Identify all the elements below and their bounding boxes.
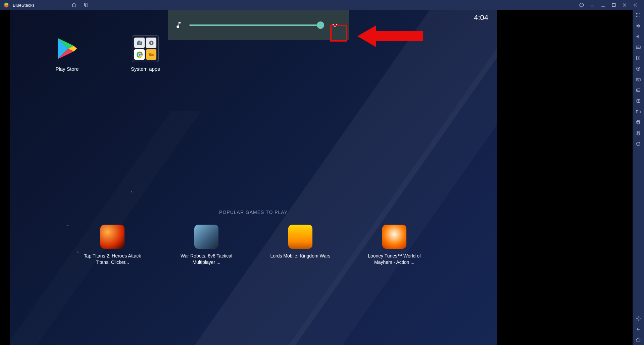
home-nav-icon[interactable] (635, 337, 641, 343)
install-apk-icon[interactable] (635, 55, 641, 61)
game-thumbnail (382, 225, 406, 249)
settings-icon[interactable] (635, 315, 641, 322)
fullscreen-icon[interactable] (635, 12, 641, 18)
app-system-apps-folder[interactable]: System apps (131, 35, 160, 72)
camera-app-icon (134, 38, 145, 48)
main-area: 4:04 Play Store (0, 10, 644, 345)
game-thumbnail (194, 225, 218, 249)
status-clock: 4:04 (474, 13, 488, 22)
app-grid: Play Store (54, 35, 160, 72)
svg-text:APK: APK (637, 90, 640, 91)
volume-thumb[interactable] (317, 21, 324, 29)
popular-game[interactable]: Lords Mobile: Kingdom Wars (270, 225, 331, 266)
svg-point-36 (638, 101, 639, 102)
app-play-store[interactable]: Play Store (54, 35, 81, 72)
game-controls-icon[interactable] (635, 141, 641, 147)
game-title: Looney Tunes™ World of Mayhem - Action .… (364, 253, 425, 266)
popular-game[interactable]: Tap Titans 2: Heroes Attack Titans. Clic… (82, 225, 143, 266)
music-note-icon (175, 20, 183, 30)
svg-point-19 (139, 42, 141, 44)
svg-point-22 (150, 42, 152, 44)
popular-games-header: POPULAR GAMES TO PLAY (10, 210, 497, 215)
titlebar: BlueStacks (0, 0, 644, 10)
back-icon[interactable] (635, 326, 641, 332)
volume-slider[interactable] (189, 24, 321, 26)
popular-game[interactable]: War Robots. 6v6 Tactical Multiplayer ... (176, 225, 237, 266)
minimize-icon[interactable] (600, 2, 606, 8)
bluestacks-logo-icon (3, 2, 9, 8)
help-icon[interactable] (579, 2, 584, 8)
chevron-down-icon (331, 21, 339, 29)
svg-rect-20 (138, 41, 140, 42)
svg-point-40 (638, 318, 639, 319)
content-area: 4:04 Play Store (0, 10, 633, 345)
svg-marker-30 (638, 68, 639, 69)
bg-decoration (131, 191, 132, 192)
svg-rect-38 (636, 121, 639, 123)
multi-instance-icon[interactable] (635, 130, 641, 136)
home-icon[interactable] (71, 2, 77, 8)
svg-rect-31 (636, 78, 640, 81)
apk-icon[interactable]: APK (635, 87, 641, 93)
svg-rect-4 (85, 4, 88, 7)
record-icon[interactable] (635, 66, 641, 72)
popular-games-row: Tap Titans 2: Heroes Attack Titans. Clic… (10, 225, 497, 266)
svg-point-32 (638, 79, 639, 80)
media-folder-icon[interactable] (635, 109, 641, 115)
volume-expand-button[interactable] (328, 18, 342, 33)
multi-instance-icon[interactable] (84, 2, 89, 8)
game-thumbnail (288, 225, 312, 249)
keymap-icon[interactable] (635, 44, 641, 50)
svg-point-6 (581, 6, 582, 6)
settings-app-icon (146, 38, 156, 48)
screenshot-icon[interactable] (635, 76, 641, 82)
app-label: System apps (131, 66, 160, 72)
game-title: Lords Mobile: Kingdom Wars (270, 253, 330, 259)
play-store-icon (54, 35, 81, 62)
volume-panel (168, 10, 349, 40)
app-label: Play Store (55, 66, 79, 72)
volume-up-icon[interactable] (635, 23, 641, 29)
game-thumbnail (100, 225, 125, 249)
files-app-icon (146, 49, 156, 60)
close-icon[interactable] (622, 2, 627, 8)
svg-point-25 (139, 53, 141, 55)
game-title: Tap Titans 2: Heroes Attack Titans. Clic… (82, 253, 143, 266)
folder-icon (132, 35, 159, 62)
volume-down-icon[interactable] (635, 34, 641, 40)
emulator-desktop: 4:04 Play Store (10, 10, 497, 345)
rotate-screen-icon[interactable] (635, 119, 641, 125)
app-title: BlueStacks (13, 3, 35, 8)
lock-rotation-icon[interactable] (635, 98, 641, 104)
menu-icon[interactable] (590, 2, 595, 8)
svg-rect-27 (636, 46, 640, 49)
game-title: War Robots. 6v6 Tactical Multiplayer ... (176, 253, 237, 266)
chrome-app-icon (134, 49, 145, 60)
popular-game[interactable]: Looney Tunes™ World of Mayhem - Action .… (364, 225, 425, 266)
collapse-sidebar-icon[interactable] (633, 2, 638, 8)
svg-rect-11 (612, 3, 615, 6)
svg-rect-3 (85, 3, 87, 6)
maximize-icon[interactable] (611, 2, 616, 8)
right-toolbar: APK (633, 10, 644, 345)
left-margin (0, 10, 10, 345)
